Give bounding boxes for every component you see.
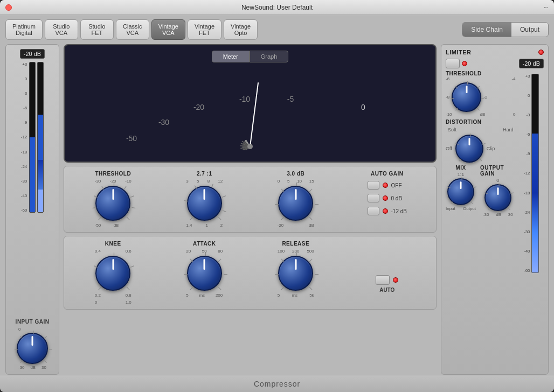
input-db-label: -20 dB xyxy=(20,49,45,59)
svg-line-41 xyxy=(94,196,97,198)
auto-gain-zero-led xyxy=(383,195,388,201)
right-panel: LIMITER THRESHOLD xyxy=(441,44,549,375)
title-bar: NewSound: User Default ··· xyxy=(0,0,554,15)
threshold-knob-row: -8 xyxy=(446,82,516,112)
auto-gain-off-label: OFF xyxy=(391,183,402,188)
right-meter-section: -20 dB +3 0 -3 -6 -9 -12 -18 -24 xyxy=(519,59,544,273)
limiter-threshold-knob[interactable] xyxy=(452,82,481,112)
mix-ticks xyxy=(444,175,480,211)
svg-line-98 xyxy=(488,207,490,209)
svg-line-66 xyxy=(127,287,129,290)
distortion-knob[interactable] xyxy=(455,135,483,163)
preset-studio-vca[interactable]: Studio VCA xyxy=(45,19,78,40)
svg-line-6 xyxy=(45,361,47,363)
distortion-section: DISTORTION Soft Hard Off xyxy=(446,119,516,163)
svg-line-101 xyxy=(510,193,514,194)
svg-line-76 xyxy=(281,259,284,262)
main-window: NewSound: User Default ··· Platinum Digi… xyxy=(0,0,554,392)
svg-line-69 xyxy=(190,259,193,262)
mix-knob[interactable] xyxy=(447,178,474,205)
distortion-off-label: Off xyxy=(446,146,452,151)
svg-line-39 xyxy=(99,217,101,220)
preset-vintage-fet[interactable]: Vintage FET xyxy=(188,19,221,40)
svg-line-48 xyxy=(190,217,193,220)
auto-gain-minus12-label: -12 dB xyxy=(391,208,407,214)
svg-line-55 xyxy=(281,217,284,220)
mix-section: MIX 1:1 xyxy=(446,165,476,211)
knee-knob[interactable] xyxy=(95,256,130,291)
mix-output-row: MIX 1:1 xyxy=(446,165,516,217)
release-knob[interactable] xyxy=(278,256,313,291)
auto-gain-minus12-led xyxy=(383,208,388,214)
svg-line-47 xyxy=(127,217,129,220)
preset-vintage-vca[interactable]: Vintage VCA xyxy=(151,19,185,40)
threshold-knob[interactable] xyxy=(95,186,130,221)
ratio-label: 2.7 :1 xyxy=(197,171,212,177)
ratio-knob[interactable] xyxy=(187,186,222,221)
svg-line-97 xyxy=(470,201,473,204)
release-label: RELEASE xyxy=(282,241,309,247)
preset-studio-fet[interactable]: Studio FET xyxy=(80,19,114,40)
preset-classic-vca[interactable]: Classic VCA xyxy=(116,19,149,40)
limiter-toggle[interactable] xyxy=(446,59,460,68)
svg-line-93 xyxy=(451,201,453,204)
limiter-toggle-led xyxy=(462,61,467,66)
auto-gain-zero-toggle[interactable] xyxy=(368,194,379,202)
auto-gain-minus12-toggle[interactable] xyxy=(368,207,379,215)
auto-gain-off-toggle[interactable] xyxy=(368,181,379,190)
makeup-control: 3.0 dB 0 5 10 15 xyxy=(252,171,340,228)
svg-line-46 xyxy=(132,207,136,208)
controls-grid-2: KNEE 0.4 0.6 xyxy=(70,241,431,305)
svg-line-50 xyxy=(195,185,197,188)
auto-gain-off-led xyxy=(383,183,388,188)
svg-line-92 xyxy=(480,159,482,161)
preset-platinum-digital[interactable]: Platinum Digital xyxy=(5,19,43,40)
window-title: NewSound: User Default xyxy=(241,4,313,11)
svg-line-81 xyxy=(455,108,458,110)
controls-row-1: THRESHOLD -30 -20 -10 xyxy=(64,166,437,233)
threshold-control: THRESHOLD -30 -20 -10 xyxy=(70,171,157,228)
right-db-label: -20 dB xyxy=(519,59,544,68)
release-control: RELEASE 100 200 500 xyxy=(252,241,340,305)
output-button[interactable]: Output xyxy=(511,23,548,37)
attack-label: ATTACK xyxy=(193,241,216,247)
preset-vintage-opto[interactable]: Vintage Opto xyxy=(224,19,258,40)
limiter-toggle-row xyxy=(446,59,516,68)
svg-text:-10: -10 xyxy=(239,95,250,103)
input-meter-bar-left xyxy=(29,62,36,213)
svg-line-67 xyxy=(190,287,193,290)
svg-line-45 xyxy=(131,196,134,198)
svg-line-87 xyxy=(477,108,480,110)
svg-text:-5: -5 xyxy=(287,95,294,103)
close-button[interactable] xyxy=(5,4,12,11)
makeup-knob[interactable] xyxy=(278,186,313,221)
attack-control: ATTACK 20 50 80 xyxy=(161,241,248,305)
svg-line-83 xyxy=(455,86,458,88)
meter-toggle-btn[interactable]: Meter xyxy=(212,51,250,62)
right-meter-scale: +3 0 -3 -6 -9 -12 -18 -24 -30 -40 -60 xyxy=(524,74,530,273)
attack-knob[interactable] xyxy=(187,256,222,291)
knee-scale-bottom2: 0 1.0 xyxy=(95,300,131,305)
auto-gain-buttons: OFF 0 dB -12 dB xyxy=(368,181,407,215)
output-gain-ticks xyxy=(481,181,517,216)
auto-label: AUTO xyxy=(379,287,394,293)
output-gain-section: OUTPUT GAIN 0 xyxy=(480,165,516,217)
side-chain-button[interactable]: Side Chain xyxy=(462,23,511,37)
auto-toggle[interactable] xyxy=(376,275,390,285)
output-gain-knob[interactable] xyxy=(484,184,511,211)
middle-area: -20 dB +3 0 -3 -6 -9 -12 -18 -24 -30 -40 xyxy=(5,44,549,375)
input-gain-knob[interactable] xyxy=(17,333,48,364)
svg-line-0 xyxy=(20,361,22,363)
svg-text:-30: -30 xyxy=(158,118,169,127)
svg-line-89 xyxy=(455,143,459,144)
preset-buttons: Platinum Digital Studio VCA Studio FET C… xyxy=(5,19,258,40)
top-bar: Platinum Digital Studio VCA Studio FET C… xyxy=(5,19,549,40)
graph-toggle-btn[interactable]: Graph xyxy=(250,51,289,62)
svg-line-91 xyxy=(482,143,486,144)
vu-display: Meter Graph -50 xyxy=(64,44,437,163)
auto-gain-control: AUTO GAIN OFF 0 dB xyxy=(344,171,431,228)
svg-line-85 xyxy=(477,86,480,88)
svg-text:-50: -50 xyxy=(126,134,137,143)
svg-line-99 xyxy=(484,193,488,194)
input-meter-scale: +3 0 -3 -6 -9 -12 -18 -24 -30 -40 -60 xyxy=(21,62,29,213)
